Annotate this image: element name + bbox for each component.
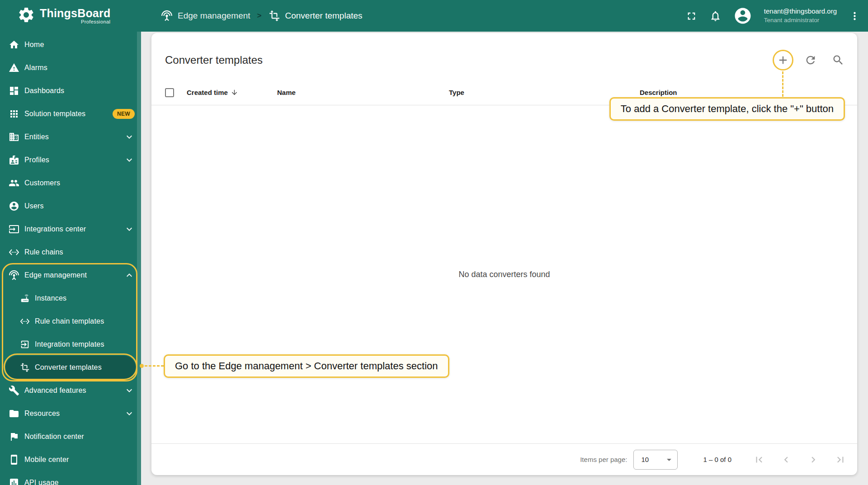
chevron-down-icon [124,224,135,235]
sidebar-item-rule-chains[interactable]: Rule chains [0,240,141,264]
antenna-icon [9,270,19,281]
user-avatar[interactable] [733,6,752,25]
main-content: Converter templates Created time [141,32,868,485]
sidebar-item-rule-chain-templates[interactable]: Rule chain templates [0,310,141,333]
pagination-bar: Items per page: 10 1 – 0 of 0 [151,443,857,475]
transform-icon [269,10,280,22]
warning-icon [9,62,19,73]
breadcrumb: Edge management > Converter templates [161,10,363,22]
breadcrumb-separator: > [257,11,262,20]
table-header-row: Created time Name Type Description [151,80,857,105]
refresh-icon[interactable] [804,54,817,66]
brand-subtitle: Professional [81,19,110,24]
pagination-range: 1 – 0 of 0 [703,456,731,463]
sidebar-item-advanced-features[interactable]: Advanced features [0,379,141,402]
user-role: Tenant administrator [764,16,837,24]
sidebar-item-solution-templates[interactable]: Solution templates NEW [0,102,141,125]
select-all-checkbox[interactable] [165,88,174,97]
sidebar-item-converter-templates[interactable]: Converter templates [5,356,136,379]
exit-to-app-icon [20,339,30,349]
pager-buttons [753,454,846,466]
sidebar-item-edge-management[interactable]: Edge management [0,264,141,287]
converter-templates-card: Converter templates Created time [151,33,857,475]
router-icon [20,293,30,303]
previous-page-button[interactable] [780,454,792,466]
table-body: No data converters found [151,105,857,443]
apps-grid-icon [9,108,19,119]
chevron-up-icon [124,270,135,281]
top-bar: ThingsBoard Professional Edge management… [0,0,868,32]
sidebar-item-mobile-center[interactable]: Mobile center [0,448,141,471]
items-per-page-select[interactable]: 10 [633,450,678,470]
brand-title: ThingsBoard [40,7,110,19]
sidebar-item-profiles[interactable]: Profiles [0,148,141,171]
column-header-description[interactable]: Description [636,89,848,96]
column-header-type[interactable]: Type [445,89,636,96]
smartphone-icon [9,454,19,465]
badge-icon [9,155,19,165]
settings-ethernet-icon [20,316,30,326]
card-actions [777,54,844,66]
sidebar-item-api-usage[interactable]: API usage [0,471,141,485]
column-header-created-time[interactable]: Created time [183,89,274,96]
column-header-name[interactable]: Name [274,89,445,96]
gear-logo-icon [17,6,35,26]
breadcrumb-converter-templates: Converter templates [285,11,363,21]
add-converter-template-button[interactable] [777,54,789,66]
first-page-button[interactable] [753,454,765,466]
home-icon [9,39,19,50]
account-circle-icon [9,201,19,212]
more-vert-icon[interactable] [849,10,861,22]
sidebar-item-integration-templates[interactable]: Integration templates [0,333,141,356]
search-icon[interactable] [832,54,844,66]
items-per-page-label: Items per page: [580,456,627,463]
wrench-icon [9,385,19,396]
chevron-down-icon [124,155,135,165]
folder-icon [9,408,19,419]
notifications-bell-icon[interactable] [709,10,722,22]
sidebar-item-home[interactable]: Home [0,33,141,56]
chart-icon [9,477,19,485]
topbar-actions: tenant@thingsboard.org Tenant administra… [685,6,868,25]
chevron-down-icon [124,385,135,396]
domain-icon [9,132,19,142]
dashboard-icon [9,85,19,96]
breadcrumb-edge-management[interactable]: Edge management [178,11,250,21]
user-menu[interactable]: tenant@thingsboard.org Tenant administra… [764,7,837,24]
settings-ethernet-icon [9,247,19,258]
sidebar-item-instances[interactable]: Instances [0,287,141,310]
last-page-button[interactable] [835,454,846,466]
sidebar-item-notification-center[interactable]: Notification center [0,425,141,448]
fullscreen-icon[interactable] [685,10,698,22]
next-page-button[interactable] [807,454,819,466]
sidebar-item-entities[interactable]: Entities [0,125,141,148]
sort-desc-icon [228,89,238,96]
sidebar-item-alarms[interactable]: Alarms [0,56,141,79]
sidebar: Home Alarms Dashboards Solution template… [0,32,141,485]
user-email: tenant@thingsboard.org [764,7,837,15]
flag-icon [9,431,19,442]
card-header: Converter templates [151,33,857,66]
chevron-down-icon [124,132,135,142]
antenna-icon [161,10,173,22]
dropdown-arrow-icon [664,454,675,465]
sidebar-item-resources[interactable]: Resources [0,402,141,425]
empty-state-text: No data converters found [458,270,550,279]
people-icon [9,178,19,188]
transform-icon [20,363,30,372]
page-title: Converter templates [165,54,263,66]
new-badge: NEW [113,109,135,119]
sidebar-item-customers[interactable]: Customers [0,171,141,194]
sidebar-item-integrations-center[interactable]: Integrations center [0,217,141,240]
sidebar-item-users[interactable]: Users [0,194,141,217]
chevron-down-icon [124,408,135,419]
thingsboard-logo[interactable]: ThingsBoard Professional [0,6,141,26]
app-root: ThingsBoard Professional Edge management… [0,0,868,485]
sidebar-item-dashboards[interactable]: Dashboards [0,79,141,102]
input-icon [9,224,19,235]
items-per-page-value: 10 [641,456,649,463]
